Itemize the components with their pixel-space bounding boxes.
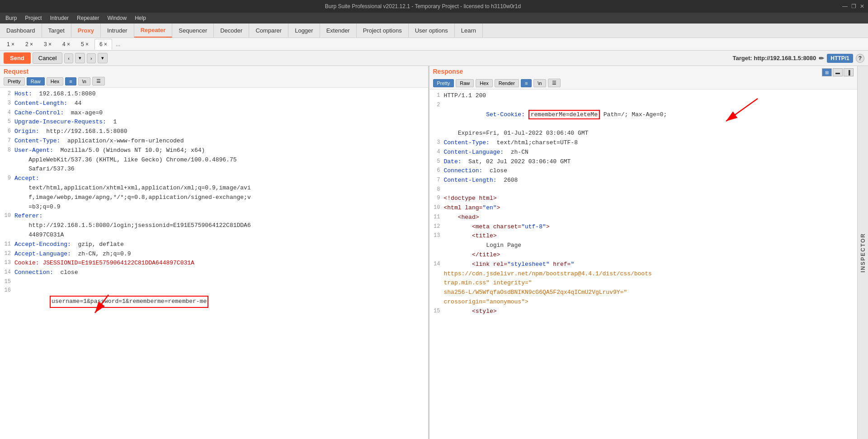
menu-burp[interactable]: Burp	[2, 14, 20, 22]
tab-decoder[interactable]: Decoder	[214, 24, 249, 38]
repeater-tab-6[interactable]: 6 ×	[94, 39, 112, 50]
layout-split-icon[interactable]: ⊞	[822, 68, 832, 76]
tab-learn[interactable]: Learn	[455, 24, 483, 38]
request-line-8b: AppleWebKit/537.36 (KHTML, like Gecko) C…	[0, 156, 428, 165]
request-line-10b: http://192.168.1.5:8080/login;jsessionid…	[0, 221, 428, 231]
response-line-14d: sha256-L/W5WfqfaOsdBNIKN9cG6QA5F2qx4qICm…	[429, 288, 858, 297]
request-line-5: 5 Upgrade-Insecure-Requests: 1	[0, 118, 428, 127]
response-line-6: 6 Connection: close	[429, 166, 858, 176]
response-line-8: 8	[429, 185, 858, 194]
request-line-8c: Safari/537.36	[0, 165, 428, 174]
req-view-menu[interactable]: ☰	[92, 77, 105, 85]
response-line-10: 10 <html lang="en">	[429, 203, 858, 213]
request-line-10c: 44897C031A	[0, 231, 428, 240]
repeater-tab-4[interactable]: 4 ×	[57, 39, 75, 50]
repeater-tab-more[interactable]: ...	[113, 39, 123, 49]
response-line-5: 5 Date: Sat, 02 Jul 2022 03:06:40 GMT	[429, 157, 858, 167]
send-button[interactable]: Send	[4, 52, 31, 64]
tab-dashboard[interactable]: Dashboard	[0, 24, 42, 38]
inspector-sidebar[interactable]: INSPECTOR	[857, 66, 868, 439]
tab-logger[interactable]: Logger	[288, 24, 320, 38]
req-view-hex[interactable]: Hex	[47, 77, 64, 85]
response-wrapper: Response ⊞ ▬ ▐ Pretty Raw Hex Render ≡ \…	[429, 66, 858, 439]
resp-view-render[interactable]: Render	[495, 79, 519, 87]
response-content: 1 HTTP/1.1 200 2 Set-Cookie: rememberMe=…	[429, 90, 858, 439]
request-panel-header: Request Pretty Raw Hex ≡ \n ☰	[0, 66, 428, 88]
view-toggle-group: ⊞ ▬ ▐	[822, 68, 854, 76]
response-panel-header: Response ⊞ ▬ ▐ Pretty Raw Hex Render ≡ \…	[429, 66, 858, 90]
next-button[interactable]: ›	[87, 53, 96, 63]
request-panel: Request Pretty Raw Hex ≡ \n ☰ 2 Host: 19…	[0, 66, 429, 439]
layout-top-icon[interactable]: ▬	[833, 68, 843, 76]
request-line-6: 6 Origin: http://192.168.1.5:8080	[0, 127, 428, 137]
response-line-14b: https://cdn.jsdelivr.net/npm/bootstrap@4…	[429, 269, 858, 279]
response-line-4: 4 Content-Language: zh-CN	[429, 148, 858, 157]
main-content: Request Pretty Raw Hex ≡ \n ☰ 2 Host: 19…	[0, 66, 868, 439]
response-line-13b: </title>	[429, 250, 858, 260]
titlebar-controls[interactable]: — ❐ ✕	[842, 3, 864, 9]
repeater-tab-2[interactable]: 2 ×	[20, 39, 38, 50]
request-line-7: 7 Content-Type: application/x-www-form-u…	[0, 137, 428, 146]
resp-view-pretty[interactable]: Pretty	[433, 79, 454, 87]
menu-window[interactable]: Window	[104, 14, 130, 22]
repeater-tab-5[interactable]: 5 ×	[76, 39, 94, 50]
response-line-13a: Login Page	[429, 241, 858, 250]
menu-project[interactable]: Project	[21, 14, 45, 22]
response-line-15: 15 <style>	[429, 307, 858, 316]
response-line-14c: trap.min.css" integrity="	[429, 279, 858, 288]
response-line-13: 13 <title>	[429, 231, 858, 241]
cancel-button[interactable]: Cancel	[33, 52, 62, 64]
resp-view-menu[interactable]: ☰	[548, 79, 561, 87]
request-line-9c: f,image/webp,image/apng,*/*;q=0.8,applic…	[0, 193, 428, 203]
close-button[interactable]: ✕	[860, 3, 864, 9]
request-title: Request	[4, 68, 425, 75]
repeater-tab-3[interactable]: 3 ×	[39, 39, 57, 50]
help-icon[interactable]: ?	[856, 54, 864, 63]
titlebar: Burp Suite Professional v2021.12.1 - Tem…	[0, 0, 868, 13]
down-button[interactable]: ▾	[75, 53, 85, 63]
protocol-badge[interactable]: HTTP/1	[827, 54, 853, 63]
tab-repeater[interactable]: Repeater	[134, 24, 173, 38]
menu-help[interactable]: Help	[131, 14, 150, 22]
tab-target[interactable]: Target	[42, 24, 71, 38]
tab-project-options[interactable]: Project options	[357, 24, 409, 38]
menu-intruder[interactable]: Intruder	[47, 14, 72, 22]
response-line-1: 1 HTTP/1.1 200	[429, 91, 858, 101]
request-line-15: 15	[0, 278, 428, 286]
tab-intruder[interactable]: Intruder	[101, 24, 134, 38]
prev-button[interactable]: ‹	[64, 53, 73, 63]
tab-proxy[interactable]: Proxy	[71, 24, 101, 38]
response-line-14a: 14 <link rel="stylesheet" href="	[429, 260, 858, 269]
tab-extender[interactable]: Extender	[320, 24, 357, 38]
tab-comparer[interactable]: Comparer	[249, 24, 288, 38]
layout-side-icon[interactable]: ▐	[844, 68, 854, 76]
minimize-button[interactable]: —	[842, 3, 848, 9]
toolbar: Send Cancel ‹ ▾ › ▾ Target: http://192.1…	[0, 51, 868, 66]
req-view-filter[interactable]: ≡	[65, 77, 76, 85]
dropdown-button[interactable]: ▾	[98, 53, 108, 63]
request-line-13: 13 Cookie: JSESSIONID=E191E5759064122C81…	[0, 259, 428, 268]
resp-view-raw[interactable]: Raw	[456, 79, 474, 87]
request-line-2: 2 Host: 192.168.1.5:8080	[0, 90, 428, 99]
menubar: Burp Project Intruder Repeater Window He…	[0, 13, 868, 24]
body-highlight-box: username=1&password=1&rememberme=remembe…	[50, 296, 208, 308]
request-line-9a: 9 Accept:	[0, 174, 428, 184]
edit-target-icon[interactable]: ✏	[819, 55, 824, 62]
resp-view-hex[interactable]: Hex	[476, 79, 493, 87]
resp-view-newline[interactable]: \n	[533, 79, 546, 87]
req-view-newline[interactable]: \n	[78, 77, 90, 85]
response-line-9: 9 <!doctype html>	[429, 194, 858, 203]
request-line-3: 3 Content-Length: 44	[0, 99, 428, 109]
menu-repeater[interactable]: Repeater	[73, 14, 103, 22]
maximize-button[interactable]: ❐	[851, 3, 856, 9]
req-view-pretty[interactable]: Pretty	[4, 77, 25, 85]
req-view-raw[interactable]: Raw	[27, 77, 45, 85]
resp-view-filter[interactable]: ≡	[521, 79, 532, 87]
tab-sequencer[interactable]: Sequencer	[172, 24, 214, 38]
response-panel: Response ⊞ ▬ ▐ Pretty Raw Hex Render ≡ \…	[429, 66, 858, 439]
repeater-tab-1[interactable]: 1 ×	[2, 39, 19, 50]
response-line-2: 2 Set-Cookie: rememberMe=deleteMe Path=/…	[429, 101, 858, 129]
target-info: Target: http://192.168.1.5:8080 ✏ HTTP/1…	[733, 54, 864, 63]
request-line-9b: text/html,application/xhtml+xml,applicat…	[0, 184, 428, 193]
tab-user-options[interactable]: User options	[409, 24, 455, 38]
